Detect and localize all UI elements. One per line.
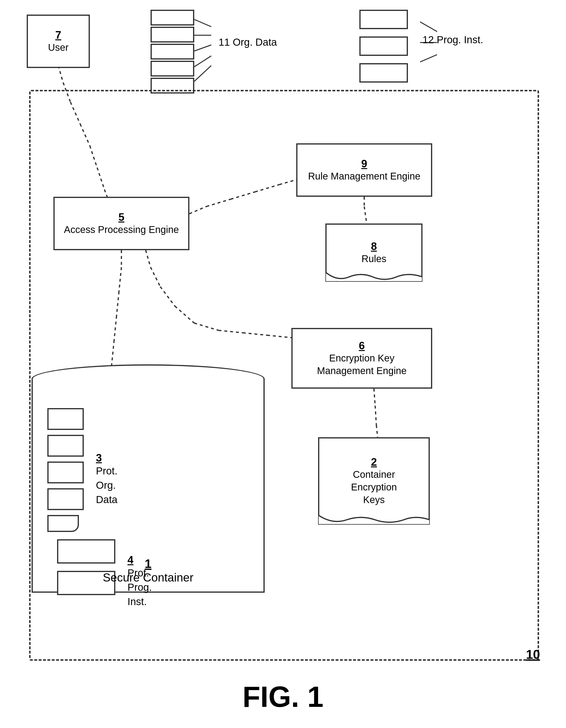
org-data-group bbox=[151, 10, 211, 92]
prog-inst-label: 12 Prog. Inst. bbox=[422, 34, 483, 46]
prog-inst-item-2 bbox=[359, 36, 408, 56]
prot-org-item-2 bbox=[47, 435, 84, 457]
prot-org-item-5 bbox=[47, 515, 79, 532]
org-data-item-2 bbox=[151, 27, 194, 43]
cylinder-wrapper: 3 Prot. Org. Data 4 Prot. Prog. Inst. 1 … bbox=[32, 364, 265, 607]
prot-org-label: Prot. Org. Data bbox=[96, 464, 118, 507]
secure-container-label: Secure Container bbox=[103, 571, 194, 584]
rule-management-box: 9 Rule Management Engine bbox=[296, 143, 432, 197]
org-data-item-1 bbox=[151, 10, 194, 26]
svg-line-30 bbox=[420, 22, 437, 32]
figure-label: FIG. 1 bbox=[0, 680, 566, 713]
rme-label: Rule Management Engine bbox=[308, 170, 420, 182]
ekme-label: Encryption Key Management Engine bbox=[317, 352, 406, 377]
access-processing-box: 5 Access Processing Engine bbox=[53, 197, 190, 250]
svg-line-0 bbox=[58, 66, 63, 83]
rules-label: Rules bbox=[361, 252, 386, 265]
user-box: 7 User bbox=[27, 15, 90, 68]
prot-org-item-3 bbox=[47, 462, 84, 483]
prog-inst-item-1 bbox=[359, 10, 408, 29]
org-data-item-3 bbox=[151, 44, 194, 60]
cek-num: 2 bbox=[371, 456, 377, 468]
org-data-label: 11 Org. Data bbox=[219, 36, 277, 48]
secure-container-label-group: 1 Secure Container bbox=[103, 557, 194, 584]
rules-box: 8 Rules bbox=[325, 223, 422, 282]
ape-num: 5 bbox=[119, 211, 124, 223]
cek-label: Container Encryption Keys bbox=[351, 468, 397, 506]
ekme-num: 6 bbox=[359, 340, 365, 352]
rules-wave-svg bbox=[325, 272, 422, 282]
cek-wave-svg bbox=[318, 515, 430, 525]
rules-num: 8 bbox=[371, 240, 377, 252]
prot-org-item-1 bbox=[47, 408, 84, 430]
secure-container-num: 1 bbox=[145, 557, 152, 571]
outer-box-num: 10 bbox=[526, 647, 540, 662]
cek-inner: 2 Container Encryption Keys bbox=[318, 437, 430, 525]
ape-label: Access Processing Engine bbox=[64, 223, 179, 236]
cylinder-body: 3 Prot. Org. Data 4 Prot. Prog. Inst. 1 … bbox=[32, 379, 265, 593]
user-label: User bbox=[48, 41, 69, 54]
org-data-item-4 bbox=[151, 61, 194, 77]
diagram: 7 User 11 Org. Data 12 Prog. Inst. 10 5 … bbox=[0, 0, 566, 728]
ekme-box: 6 Encryption Key Management Engine bbox=[291, 328, 432, 389]
prot-org-label-group: 3 Prot. Org. Data bbox=[96, 452, 102, 464]
prog-inst-item-3 bbox=[359, 63, 408, 83]
prot-org-item-4 bbox=[47, 488, 84, 510]
cek-box: 2 Container Encryption Keys bbox=[318, 437, 430, 525]
user-num: 7 bbox=[55, 29, 61, 41]
prog-inst-group bbox=[359, 10, 420, 75]
rme-num: 9 bbox=[361, 158, 367, 170]
svg-line-32 bbox=[420, 55, 437, 62]
prot-org-num: 3 bbox=[96, 452, 102, 464]
